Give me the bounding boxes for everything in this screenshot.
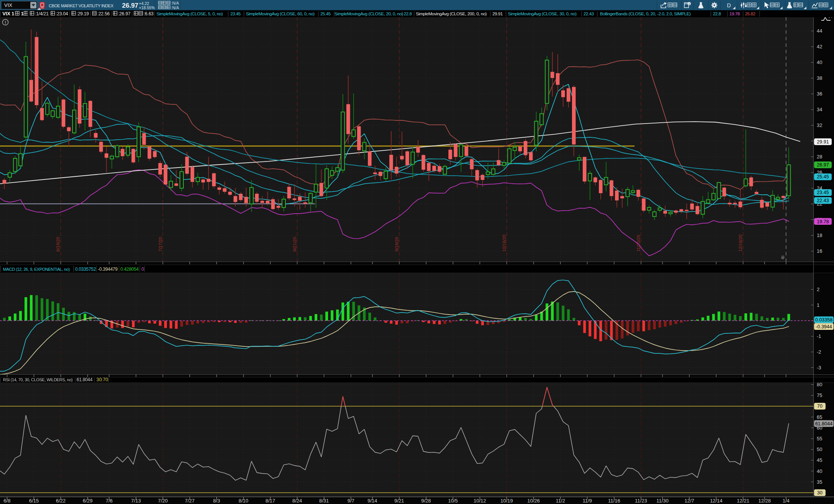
svg-text:9/14: 9/14 [368, 498, 377, 504]
svg-text:23.45: 23.45 [230, 12, 241, 16]
svg-text:9/28: 9/28 [421, 498, 431, 504]
svg-text:11/30: 11/30 [656, 498, 669, 504]
svg-text:11/2: 11/2 [556, 498, 565, 504]
svg-text:10/16/20: 10/16/20 [502, 234, 506, 252]
svg-text:-2: -2 [817, 349, 821, 355]
svg-text::22.56: :22.56 [97, 11, 110, 16]
svg-text:12/7: 12/7 [684, 498, 694, 504]
svg-text:SimpleMovingAvg (CLOSE, 60, 0,: SimpleMovingAvg (CLOSE, 60, 0, no) [246, 12, 315, 16]
svg-text:16: 16 [817, 248, 822, 254]
svg-text:9/18/20: 9/18/20 [394, 237, 399, 252]
svg-text:8/17: 8/17 [265, 498, 275, 504]
svg-text:8/10: 8/10 [239, 498, 248, 504]
svg-text:-0.394479: -0.394479 [98, 267, 118, 272]
svg-text::1/4/21: :1/4/21 [35, 11, 49, 16]
svg-text:55: 55 [817, 436, 822, 441]
svg-text:29.91: 29.91 [493, 12, 503, 16]
svg-text:7/17/20: 7/17/20 [158, 237, 163, 252]
svg-text:BollingerBands (CLOSE, 0, 20,: BollingerBands (CLOSE, 0, 20, -2.0, 2.0,… [600, 12, 691, 16]
svg-text:8/21/20: 8/21/20 [292, 237, 297, 252]
svg-text:75: 75 [817, 392, 822, 398]
svg-text:12/18/20: 12/18/20 [738, 234, 743, 252]
svg-text:CBOE MARKET VOLATILITY INDEX: CBOE MARKET VOLATILITY INDEX [49, 3, 114, 8]
svg-text:35: 35 [817, 479, 822, 485]
svg-text:26.97: 26.97 [122, 2, 138, 9]
svg-text:10/19: 10/19 [501, 498, 513, 504]
svg-text:23.45: 23.45 [817, 190, 829, 195]
svg-text:+18.55%: +18.55% [139, 5, 155, 10]
svg-text:!: ! [5, 20, 6, 25]
svg-text:MACD (12, 26, 9, EXPONENTIAL,: MACD (12, 26, 9, EXPONENTIAL, no) [3, 267, 70, 272]
svg-text:2: 2 [817, 287, 819, 292]
svg-text::6.63: :6.63 [143, 11, 153, 16]
svg-text:36: 36 [817, 91, 822, 97]
svg-text:32: 32 [817, 122, 822, 128]
svg-text:7/27: 7/27 [185, 498, 194, 504]
svg-text:i: i [689, 2, 689, 6]
svg-text:6/8: 6/8 [3, 498, 10, 504]
svg-text:10/12: 10/12 [474, 498, 486, 504]
svg-text:22.43: 22.43 [817, 198, 829, 203]
svg-text:1: 1 [21, 11, 24, 16]
svg-text:SimpleMovingAvg (CLOSE, 30, 0,: SimpleMovingAvg (CLOSE, 30, 0, no) [508, 12, 577, 16]
svg-text:10/5: 10/5 [448, 498, 458, 504]
svg-text::N/A: :N/A [171, 5, 179, 10]
svg-text:25.45: 25.45 [320, 12, 331, 16]
svg-text:65: 65 [817, 414, 822, 420]
svg-text:D: D [727, 2, 731, 8]
svg-text:34: 34 [817, 107, 822, 112]
svg-text:VIX 1: VIX 1 [2, 11, 14, 16]
svg-text:22.8: 22.8 [713, 12, 721, 16]
svg-text:8/31: 8/31 [319, 498, 329, 504]
svg-text:SimpleMovingAvg (CLOSE, 5, 0,: SimpleMovingAvg (CLOSE, 5, 0, no) [157, 12, 223, 16]
svg-text:11/16: 11/16 [608, 498, 620, 504]
svg-text:22.8: 22.8 [404, 12, 412, 16]
svg-text:18: 18 [817, 232, 822, 238]
svg-text:9/7: 9/7 [348, 498, 354, 504]
svg-text:38: 38 [817, 75, 822, 81]
svg-text:61.8044: 61.8044 [815, 421, 832, 427]
svg-text:6/19/20: 6/19/20 [56, 237, 60, 252]
svg-text:12/14: 12/14 [710, 498, 723, 504]
svg-text:VIX: VIX [4, 2, 12, 8]
svg-text:42: 42 [817, 44, 822, 49]
svg-text:30: 30 [817, 490, 822, 496]
svg-text::23.04: :23.04 [56, 11, 68, 16]
svg-text:-0.3944: -0.3944 [816, 324, 832, 329]
svg-text:25.45: 25.45 [817, 174, 829, 180]
svg-text:30: 30 [96, 377, 102, 382]
svg-text:6/22: 6/22 [56, 498, 66, 504]
svg-text::26.97: :26.97 [118, 11, 131, 16]
svg-text:61.8044: 61.8044 [77, 377, 93, 382]
svg-text:19.78: 19.78 [817, 219, 829, 224]
svg-text:7/6: 7/6 [105, 498, 112, 504]
svg-text:7/13: 7/13 [131, 498, 141, 504]
svg-text:70: 70 [103, 377, 108, 382]
svg-text:9/21: 9/21 [394, 498, 404, 504]
svg-text:29.91: 29.91 [817, 139, 829, 145]
svg-text:10/26: 10/26 [527, 498, 540, 504]
svg-text:44: 44 [817, 28, 822, 34]
svg-text::N/A: :N/A [171, 1, 179, 5]
svg-text:19.78: 19.78 [730, 12, 740, 16]
svg-text:SimpleMovingAvg (CLOSE, 20, 0,: SimpleMovingAvg (CLOSE, 20, 0, no) [335, 12, 403, 16]
svg-text:26.97: 26.97 [817, 162, 829, 168]
svg-text:12/21: 12/21 [737, 498, 750, 504]
svg-text:28: 28 [817, 154, 822, 160]
svg-text:6/15: 6/15 [29, 498, 39, 504]
svg-text:7/20: 7/20 [158, 498, 168, 504]
svg-text:22.43: 22.43 [583, 12, 594, 16]
svg-text:年: 年 [781, 255, 785, 260]
svg-text:RSI (14, 70, 30, CLOSE, WILDER: RSI (14, 70, 30, CLOSE, WILDERS, no) [3, 377, 73, 382]
svg-text:80: 80 [817, 382, 822, 387]
svg-text:-1: -1 [817, 333, 821, 339]
svg-text:-3: -3 [817, 365, 821, 371]
svg-text:11/23: 11/23 [635, 498, 647, 504]
svg-text:40: 40 [817, 59, 822, 65]
svg-text:8/3: 8/3 [213, 498, 220, 504]
svg-text:1/4: 1/4 [783, 498, 789, 504]
svg-text:12/28: 12/28 [758, 498, 771, 504]
svg-text:50: 50 [817, 446, 822, 452]
svg-text:0.0335752: 0.0335752 [75, 267, 96, 272]
svg-text:6/29: 6/29 [83, 498, 92, 504]
